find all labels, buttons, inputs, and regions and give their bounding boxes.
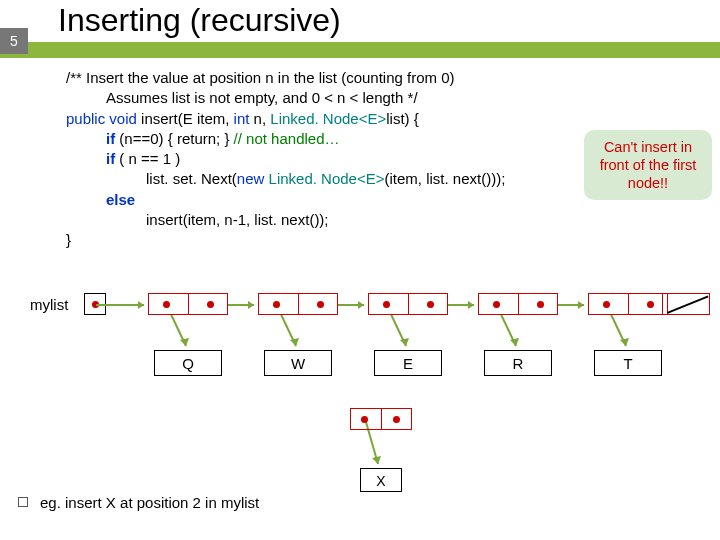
sig-part-2: n, <box>249 110 270 127</box>
setnext-part-2: (item, list. next())); <box>384 170 505 187</box>
kw-if-1: if <box>106 130 119 147</box>
node-2 <box>258 293 338 315</box>
method-name: insert <box>137 110 178 127</box>
line-else: else <box>106 190 505 210</box>
type-linkednode-1: Linked. Node<E> <box>270 110 386 127</box>
if-0-body: (n==0) { return; } <box>119 130 233 147</box>
callout-annotation: Can't insert in front of the first node!… <box>584 130 712 200</box>
line-setnext: list. set. Next(new Linked. Node<E>(item… <box>146 169 505 189</box>
kw-else: else <box>106 191 135 208</box>
value-box-3: E <box>374 350 442 376</box>
null-terminator <box>662 293 710 315</box>
value-box-5: T <box>594 350 662 376</box>
type-linkednode-2: Linked. Node<E> <box>269 170 385 187</box>
node-1 <box>148 293 228 315</box>
insert-value-box: X <box>360 468 402 492</box>
bullet-square-icon <box>18 497 28 507</box>
svg-marker-1 <box>138 301 144 309</box>
comment-line-2: Assumes list is not empty, and 0 < n < l… <box>106 88 505 108</box>
value-box-4: R <box>484 350 552 376</box>
kw-if-2: if <box>106 150 119 167</box>
svg-marker-23 <box>372 456 381 464</box>
method-sig: public void insert(E item, int n, Linked… <box>66 109 505 129</box>
comment-inline: // not handled… <box>234 130 340 147</box>
svg-marker-9 <box>578 301 584 309</box>
value-box-2: W <box>264 350 332 376</box>
node-5 <box>588 293 668 315</box>
sig-part-3: list) { <box>386 110 419 127</box>
arrows-svg <box>0 290 720 490</box>
comment-line-1: /** Insert the value at position n in th… <box>66 68 505 88</box>
svg-marker-7 <box>468 301 474 309</box>
setnext-part-1: list. set. Next( <box>146 170 237 187</box>
page-number: 5 <box>0 28 28 54</box>
kw-int: int <box>234 110 250 127</box>
svg-marker-3 <box>248 301 254 309</box>
slide-title: Inserting (recursive) <box>58 2 341 39</box>
line-if-1: if ( n == 1 ) <box>106 149 505 169</box>
linked-list-diagram: mylist Q W E R T X <box>0 290 720 420</box>
line-recurse: insert(item, n-1, list. next()); <box>146 210 505 230</box>
sig-part-1: (E item, <box>178 110 234 127</box>
accent-bar <box>0 42 720 58</box>
node-3 <box>368 293 448 315</box>
example-caption: eg. insert X at position 2 in mylist <box>40 494 259 511</box>
line-if-0: if (n==0) { return; } // not handled… <box>106 129 505 149</box>
if-1-cond: ( n == 1 ) <box>119 150 180 167</box>
line-close: } <box>66 230 505 250</box>
code-block: /** Insert the value at position n in th… <box>66 68 505 250</box>
kw-new: new <box>237 170 269 187</box>
value-box-1: Q <box>154 350 222 376</box>
node-4 <box>478 293 558 315</box>
kw-public-void: public void <box>66 110 137 127</box>
svg-marker-5 <box>358 301 364 309</box>
insert-node <box>350 408 412 430</box>
